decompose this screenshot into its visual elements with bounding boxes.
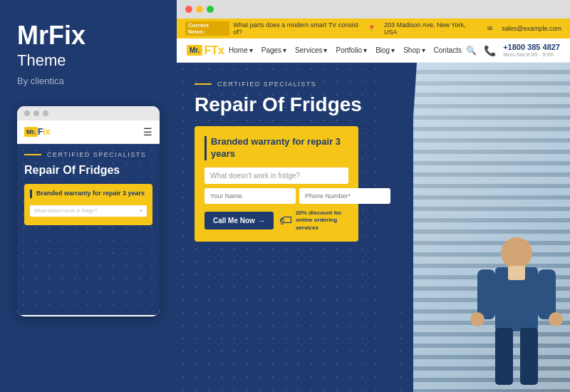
warranty-card: Branded warranty for repair 3 years What…	[195, 126, 358, 242]
mobile-certified-label: CERTIFIED SPECIALISTS	[24, 151, 152, 158]
nav-logo-mr: Mr.	[187, 45, 202, 56]
mobile-dot-2	[33, 110, 39, 116]
mobile-nav: Mr. Fix ☰	[17, 120, 160, 144]
hero-left: CERTIFIED SPECIALISTS Repair Of Fridges …	[177, 63, 413, 392]
mobile-warranty-card: Branded warranty for repair 3 years What…	[24, 184, 152, 225]
location-text: 203 Madison Ave, New York, USA	[384, 21, 479, 36]
certified-label: CERTIFIED SPECIALISTS	[195, 81, 395, 88]
by-line: By clientica	[17, 76, 160, 86]
mobile-preview: Mr. Fix ☰ CERTIFIED SPECIALISTS Repair O…	[17, 106, 160, 316]
mobile-top-bar	[17, 106, 160, 120]
app-subtitle: Theme	[17, 51, 160, 70]
app-title: MrFix	[17, 21, 160, 50]
mobile-logo: Mr. Fix	[24, 127, 50, 137]
cert-line	[195, 83, 212, 85]
nav-item-portfolio[interactable]: Portfolio ▾	[336, 46, 367, 54]
nav-item-shop[interactable]: Shop ▾	[403, 46, 425, 54]
info-bar-left: Current News: What parts does a modern s…	[185, 21, 368, 36]
phone-icon: 📞	[484, 45, 496, 56]
svg-point-7	[549, 312, 563, 326]
mobile-logo-ix: ix	[43, 127, 50, 137]
nav-right: 🔍 📞 +1800 385 4827 Mon-Sat 8:00 - 9:00	[466, 43, 560, 58]
nav-logo-f: F	[204, 44, 211, 56]
search-icon[interactable]: 🔍	[466, 46, 477, 56]
right-panel: Current News: What parts does a modern s…	[177, 0, 570, 392]
nav-phone-number[interactable]: +1800 385 4827	[503, 43, 560, 51]
mobile-hero-title: Repair Of Fridges	[24, 164, 152, 177]
call-btn-label: Call Me Now	[213, 217, 255, 225]
location-icon: 📍	[368, 25, 375, 32]
cert-text: CERTIFIED SPECIALISTS	[217, 81, 316, 88]
arrow-icon: →	[258, 217, 265, 225]
svg-rect-4	[495, 328, 513, 385]
mobile-select[interactable]: What doesn't work in fridge? ▾	[30, 205, 147, 217]
mobile-cert-line	[24, 154, 41, 155]
mobile-dot-1	[24, 110, 30, 116]
warranty-bottom: Call Me Now → 🏷 20% discount for online …	[204, 210, 348, 232]
nav-logo-text: FTx	[204, 44, 224, 57]
svg-rect-8	[508, 266, 525, 280]
warranty-inputs	[204, 188, 348, 204]
browser-maximize-dot[interactable]	[207, 6, 214, 13]
mobile-dot-3	[43, 110, 48, 116]
nav-items: Home ▾ Pages ▾ Services ▾ Portfolio ▾ Bl…	[229, 46, 462, 54]
nav-item-home[interactable]: Home ▾	[229, 46, 253, 54]
svg-point-6	[470, 312, 484, 326]
chevron-down-icon: ▾	[249, 46, 253, 54]
news-label: Current News:	[185, 21, 229, 36]
svg-rect-3	[538, 269, 556, 319]
browser-content: Current News: What parts does a modern s…	[177, 19, 570, 392]
phone-input[interactable]	[299, 188, 390, 204]
call-btn[interactable]: Call Me Now →	[204, 212, 274, 229]
discount-text: 20% discount for online ordering service…	[296, 210, 348, 232]
left-panel: MrFix Theme By clientica Mr. Fix ☰ CERTI…	[0, 0, 177, 392]
discount-icon: 🏷	[279, 213, 292, 228]
technician-svg	[467, 221, 566, 392]
main-nav: Mr. FTx Home ▾ Pages ▾ Services ▾ Portfo…	[177, 38, 570, 63]
mobile-warranty-title: Branded warranty for repair 3 years	[30, 190, 147, 198]
nav-phone-block: +1800 385 4827 Mon-Sat 8:00 - 9:00	[503, 43, 560, 58]
name-input[interactable]	[204, 188, 296, 204]
chevron-down-icon: ▾	[323, 46, 327, 54]
hero-title: Repair Of Fridges	[195, 93, 395, 116]
warranty-title: Branded warranty for repair 3 years	[204, 136, 348, 160]
news-text: What parts does a modern smart TV consis…	[233, 21, 368, 36]
mobile-logo-mr: Mr.	[24, 127, 38, 137]
nav-item-blog[interactable]: Blog ▾	[375, 46, 395, 54]
nav-item-services[interactable]: Services ▾	[295, 46, 327, 54]
nav-logo-tx: Tx	[211, 44, 224, 56]
mobile-cert-text: CERTIFIED SPECIALISTS	[47, 151, 146, 158]
browser-chrome	[177, 0, 570, 19]
info-bar: Current News: What parts does a modern s…	[177, 19, 570, 38]
nav-phone-hours: Mon-Sat 8:00 - 9:00	[503, 51, 560, 58]
fridge-issue-select[interactable]: What doesn't work in fridge?	[204, 167, 348, 184]
hero-section: CERTIFIED SPECIALISTS Repair Of Fridges …	[177, 63, 570, 392]
nav-item-contacts[interactable]: Contacts	[434, 46, 462, 54]
mobile-logo-text: Fix	[38, 127, 50, 137]
chevron-down-icon: ▾	[363, 46, 367, 54]
svg-rect-2	[477, 269, 495, 319]
chevron-down-icon: ▾	[391, 46, 395, 54]
chevron-down-icon: ▾	[283, 46, 286, 54]
email-text: sales@example.com	[502, 25, 561, 32]
discount-block: 🏷 20% discount for online ordering servi…	[279, 210, 348, 232]
chevron-down-icon: ▾	[422, 46, 425, 54]
browser-close-dot[interactable]	[185, 6, 192, 13]
hero-right	[413, 63, 570, 392]
nav-logo[interactable]: Mr. FTx	[187, 44, 224, 57]
svg-point-0	[501, 237, 532, 269]
info-bar-right: 📍 203 Madison Ave, New York, USA ✉ sales…	[368, 21, 561, 36]
hero-bg-image	[413, 63, 570, 392]
email-icon: ✉	[487, 25, 493, 32]
svg-rect-5	[520, 328, 538, 385]
nav-item-pages[interactable]: Pages ▾	[261, 46, 286, 54]
browser-minimize-dot[interactable]	[196, 6, 203, 13]
mobile-hamburger-icon[interactable]: ☰	[143, 126, 152, 138]
